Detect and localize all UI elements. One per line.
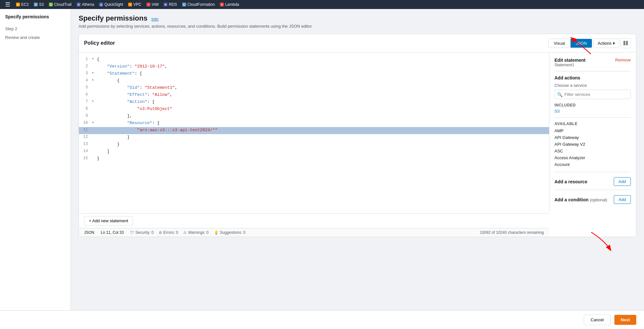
lambda-label: Lambda bbox=[225, 2, 239, 7]
sidebar-title: Specify permissions bbox=[0, 14, 71, 24]
nav-rds[interactable]: R RDS bbox=[162, 2, 179, 7]
service-account[interactable]: Account bbox=[554, 161, 631, 168]
add-actions-label: Add actions bbox=[554, 75, 631, 80]
layout-toggle-button[interactable] bbox=[620, 38, 631, 48]
next-button[interactable]: Next bbox=[614, 315, 636, 325]
nav-athena[interactable]: A Athena bbox=[75, 2, 96, 7]
nav-ec2[interactable]: E EC2 bbox=[14, 2, 31, 7]
top-navigation: ☰ E EC2 S S3 C CloudTrail A Athena Q Qui… bbox=[0, 0, 644, 9]
filter-services-input[interactable] bbox=[554, 90, 631, 99]
code-line-14: 14 ] bbox=[79, 148, 549, 155]
rds-label: RDS bbox=[169, 2, 177, 7]
cancel-button[interactable]: Cancel bbox=[584, 315, 610, 325]
cloudformation-icon: C bbox=[182, 3, 186, 6]
service-asc[interactable]: ASC bbox=[554, 148, 631, 154]
s3-label: S3 bbox=[39, 2, 44, 7]
panel-divider-condition bbox=[554, 190, 631, 190]
code-line-10: 10 ▾ "Resource": [ bbox=[79, 120, 549, 127]
char-count: 10092 of 10240 characters remaining bbox=[480, 230, 544, 235]
code-editor[interactable]: 1 ▾ { 2 "Version": "2012-10-17", bbox=[79, 52, 549, 213]
svg-rect-0 bbox=[623, 41, 625, 45]
error-icon: ⊘ bbox=[159, 230, 162, 235]
editor-title: Policy editor bbox=[84, 40, 115, 46]
shield-icon: 🛡 bbox=[130, 230, 134, 235]
add-statement-button[interactable]: + Add new statement bbox=[84, 216, 133, 225]
info-link[interactable]: Info bbox=[151, 17, 158, 22]
service-amp[interactable]: AMP bbox=[554, 127, 631, 134]
code-line-8: 8 "s3:PutObject" bbox=[79, 106, 549, 113]
remove-statement-link[interactable]: Remove bbox=[615, 58, 631, 62]
iam-label: IAM bbox=[152, 2, 158, 7]
tab-json[interactable]: JSON bbox=[571, 39, 592, 48]
code-line-13: 13 } bbox=[79, 141, 549, 148]
suggestion-icon: 💡 bbox=[214, 230, 219, 235]
nav-cloudformation[interactable]: C CloudFormation bbox=[180, 2, 217, 7]
code-line-1: 1 ▾ { bbox=[79, 56, 549, 63]
code-area[interactable]: 1 ▾ { 2 "Version": "2012-10-17", bbox=[79, 52, 549, 237]
security-status: 🛡 Security: 0 bbox=[130, 230, 154, 235]
warning-icon: ⚠ bbox=[183, 230, 187, 235]
suggestions-status: 💡 Suggestions: 0 bbox=[214, 230, 245, 235]
quicksight-icon: Q bbox=[99, 3, 103, 6]
nav-cloudtrail[interactable]: C CloudTrail bbox=[47, 2, 73, 7]
sidebar-step-review: Review and create bbox=[0, 33, 71, 42]
cloudtrail-icon: C bbox=[49, 3, 53, 6]
cloudformation-label: CloudFormation bbox=[187, 2, 215, 7]
policy-editor-card: Policy editor Visual JSON Actions ▾ bbox=[79, 34, 636, 237]
service-api-gateway-v2[interactable]: API Gateway V2 bbox=[554, 141, 631, 148]
search-icon: 🔍 bbox=[557, 92, 563, 97]
layout-icon bbox=[623, 41, 628, 46]
editor-body: 1 ▾ { 2 "Version": "2012-10-17", bbox=[79, 52, 636, 237]
page-title: Specify permissions Info bbox=[79, 14, 636, 23]
choose-service-label: Choose a service bbox=[554, 83, 631, 88]
iam-icon: I bbox=[147, 3, 150, 6]
code-line-4: 4 ▾ { bbox=[79, 78, 549, 85]
included-section-title: Included bbox=[554, 103, 631, 107]
panel-subtitle: Statement1 bbox=[554, 63, 585, 67]
add-resource-button[interactable]: Add bbox=[614, 177, 631, 186]
nav-iam[interactable]: I IAM bbox=[145, 2, 160, 7]
cloudtrail-label: CloudTrail bbox=[54, 2, 71, 7]
vpc-label: VPC bbox=[133, 2, 141, 7]
main-content-area: Specify permissions Step 2 Review and cr… bbox=[0, 9, 644, 310]
optional-label: (optional) bbox=[590, 197, 607, 202]
s3-icon: S bbox=[34, 3, 38, 6]
page-description: Add permissions by selecting services, a… bbox=[79, 24, 636, 29]
athena-icon: A bbox=[77, 3, 80, 6]
service-api-gateway[interactable]: API Gateway bbox=[554, 134, 631, 141]
add-condition-row: Add a condition (optional) Add bbox=[554, 195, 631, 204]
chevron-down-icon: ▾ bbox=[613, 41, 615, 46]
add-condition-button[interactable]: Add bbox=[614, 195, 631, 204]
rds-icon: R bbox=[164, 3, 167, 6]
actions-button[interactable]: Actions ▾ bbox=[593, 39, 619, 48]
available-section-title: Available bbox=[554, 122, 631, 126]
add-resource-label: Add a resource bbox=[554, 179, 587, 184]
panel-header: Edit statement Statement1 Remove bbox=[554, 58, 631, 67]
errors-status: ⊘ Errors: 0 bbox=[159, 230, 178, 235]
code-line-11: 11 "arn:aws:s3:::s3-api-test2024/*" bbox=[79, 127, 549, 134]
code-line-3: 3 ▾ "Statement": [ bbox=[79, 70, 549, 78]
included-service-s3[interactable]: S3 bbox=[554, 109, 631, 114]
nav-lambda[interactable]: λ Lambda bbox=[218, 2, 241, 7]
code-line-6: 6 "Effect": "Allow", bbox=[79, 92, 549, 99]
menu-icon[interactable]: ☰ bbox=[3, 0, 13, 9]
available-services-list: AMP API Gateway API Gateway V2 ASC Acces… bbox=[554, 127, 631, 168]
bottom-action-bar: Cancel Next bbox=[0, 310, 644, 329]
filter-input-wrap: 🔍 bbox=[554, 90, 631, 99]
add-condition-label: Add a condition (optional) bbox=[554, 197, 607, 202]
nav-quicksight[interactable]: Q QuickSight bbox=[97, 2, 125, 7]
nav-vpc[interactable]: V VPC bbox=[126, 2, 143, 7]
side-panel-wrapper: Edit statement Statement1 Remove Add act… bbox=[549, 52, 636, 237]
main-wrapper: Specify permissions Step 2 Review and cr… bbox=[0, 9, 644, 329]
service-access-analyzer[interactable]: Access Analyzer bbox=[554, 154, 631, 161]
code-line-2: 2 "Version": "2012-10-17", bbox=[79, 63, 549, 70]
quicksight-label: QuickSight bbox=[104, 2, 123, 7]
editor-header: Policy editor Visual JSON Actions ▾ bbox=[79, 34, 636, 52]
tab-visual[interactable]: Visual bbox=[549, 39, 571, 48]
editor-footer: + Add new statement bbox=[79, 213, 549, 228]
editor-controls: Visual JSON Actions ▾ bbox=[548, 38, 631, 48]
nav-s3[interactable]: S S3 bbox=[32, 2, 46, 7]
cursor-position: Ln 11, Col 33 bbox=[101, 230, 124, 235]
code-line-5: 5 "Sid": "Statement1", bbox=[79, 85, 549, 92]
side-panel: Edit statement Statement1 Remove Add act… bbox=[549, 52, 636, 212]
